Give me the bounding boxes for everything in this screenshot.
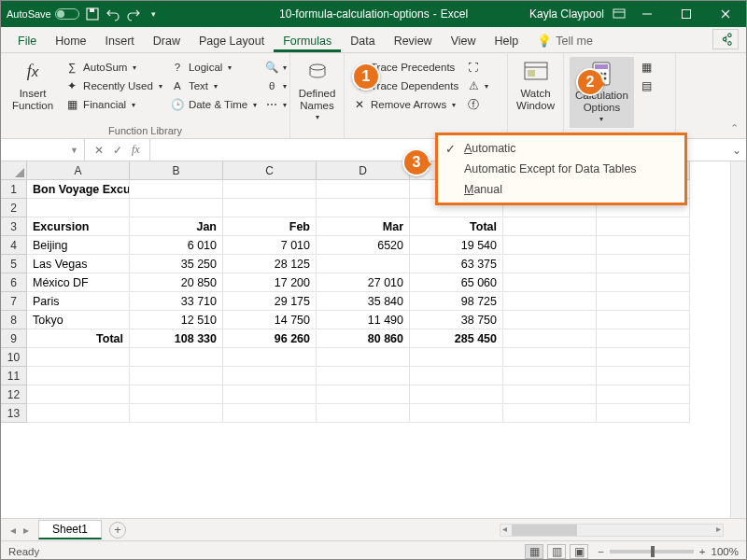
- cell[interactable]: [317, 199, 410, 217]
- cell[interactable]: 108 330: [130, 329, 223, 348]
- cell[interactable]: [223, 385, 317, 404]
- cell[interactable]: [410, 367, 503, 385]
- cell[interactable]: [317, 180, 410, 199]
- cell[interactable]: [597, 385, 690, 404]
- evaluate-formula-button[interactable]: ⓕ: [464, 96, 490, 113]
- cell[interactable]: [317, 367, 410, 385]
- cell[interactable]: 11 490: [317, 311, 410, 329]
- cell[interactable]: Feb: [223, 217, 317, 236]
- cell[interactable]: [130, 180, 223, 199]
- row-header-2[interactable]: 2: [1, 199, 26, 217]
- row-header-10[interactable]: 10: [1, 348, 26, 367]
- cell[interactable]: [223, 348, 317, 367]
- cell[interactable]: [597, 236, 690, 255]
- redo-icon[interactable]: [126, 7, 141, 21]
- scroll-thumb[interactable]: [512, 525, 577, 536]
- cell[interactable]: Total: [27, 329, 130, 348]
- cell[interactable]: Total: [410, 217, 503, 236]
- cell[interactable]: [503, 404, 597, 423]
- cell[interactable]: [223, 404, 317, 423]
- undo-icon[interactable]: [106, 7, 120, 21]
- cell[interactable]: [317, 255, 410, 273]
- col-header-C[interactable]: C: [223, 161, 317, 180]
- cell[interactable]: Tokyo: [27, 311, 130, 329]
- col-header-B[interactable]: B: [130, 161, 223, 180]
- vertical-scrollbar[interactable]: [730, 161, 746, 518]
- cell[interactable]: [503, 217, 597, 236]
- cell[interactable]: [130, 348, 223, 367]
- cell[interactable]: [223, 199, 317, 217]
- cell[interactable]: 12 510: [130, 311, 223, 329]
- more-functions-button[interactable]: ⋯▾: [262, 96, 289, 113]
- horizontal-scrollbar[interactable]: ◂ ▸: [500, 524, 724, 537]
- row-header-11[interactable]: 11: [1, 367, 26, 385]
- zoom-slider[interactable]: [610, 550, 694, 553]
- row-header-13[interactable]: 13: [1, 404, 26, 423]
- cell[interactable]: [503, 311, 597, 329]
- sheet-tab-sheet1[interactable]: Sheet1: [38, 520, 102, 539]
- cell[interactable]: 19 540: [410, 236, 503, 255]
- financial-button[interactable]: ▦Financial▾: [63, 96, 164, 113]
- cell[interactable]: [597, 404, 690, 423]
- remove-arrows-button[interactable]: ✕Remove Arrows▾: [350, 96, 460, 113]
- cell[interactable]: [27, 348, 130, 367]
- col-header-A[interactable]: A: [27, 161, 130, 180]
- row-header-9[interactable]: 9: [1, 329, 26, 348]
- row-header-12[interactable]: 12: [1, 385, 26, 404]
- close-button[interactable]: [707, 1, 744, 27]
- tab-page-layout[interactable]: Page Layout: [190, 29, 274, 52]
- cell[interactable]: 6520: [317, 236, 410, 255]
- cancel-icon[interactable]: ✕: [94, 144, 104, 157]
- cell[interactable]: 63 375: [410, 255, 503, 273]
- cell[interactable]: [27, 199, 130, 217]
- cell[interactable]: Paris: [27, 292, 130, 311]
- cell[interactable]: [317, 348, 410, 367]
- cell[interactable]: [503, 329, 597, 348]
- row-header-7[interactable]: 7: [1, 292, 26, 311]
- cell[interactable]: 33 710: [130, 292, 223, 311]
- row-header-6[interactable]: 6: [1, 273, 26, 292]
- cell[interactable]: [503, 367, 597, 385]
- cell[interactable]: Beijing: [27, 236, 130, 255]
- cell[interactable]: 285 450: [410, 329, 503, 348]
- new-sheet-button[interactable]: +: [109, 522, 126, 539]
- zoom-level[interactable]: 100%: [712, 546, 739, 557]
- cell[interactable]: [597, 292, 690, 311]
- tab-view[interactable]: View: [442, 29, 486, 52]
- cell[interactable]: 35 250: [130, 255, 223, 273]
- name-box[interactable]: ▼: [1, 139, 85, 161]
- cell[interactable]: [223, 367, 317, 385]
- cell[interactable]: 14 750: [223, 311, 317, 329]
- cell[interactable]: Bon Voyage Excursions: [27, 180, 130, 199]
- row-header-3[interactable]: 3: [1, 217, 26, 236]
- cell[interactable]: [223, 180, 317, 199]
- cell[interactable]: 6 010: [130, 236, 223, 255]
- error-checking-button[interactable]: ⚠▾: [464, 77, 490, 94]
- row-header-8[interactable]: 8: [1, 311, 26, 329]
- cell[interactable]: México DF: [27, 273, 130, 292]
- cell[interactable]: [597, 367, 690, 385]
- calculate-sheet-button[interactable]: ▤: [638, 77, 656, 94]
- cell[interactable]: [597, 217, 690, 236]
- cell[interactable]: 29 175: [223, 292, 317, 311]
- cell[interactable]: Las Vegas: [27, 255, 130, 273]
- cell[interactable]: [317, 385, 410, 404]
- scroll-left-icon[interactable]: ◂: [502, 524, 507, 534]
- prev-sheet-icon[interactable]: ◂: [10, 524, 16, 537]
- cell[interactable]: [503, 255, 597, 273]
- cell[interactable]: [597, 348, 690, 367]
- scroll-right-icon[interactable]: ▸: [716, 524, 721, 534]
- tab-formulas[interactable]: Formulas: [274, 29, 341, 52]
- menu-item-manual[interactable]: Manual: [438, 179, 684, 200]
- zoom-in-button[interactable]: +: [699, 546, 706, 557]
- tab-home[interactable]: Home: [46, 29, 95, 52]
- qat-more-icon[interactable]: ▾: [147, 7, 162, 21]
- cell[interactable]: 27 010: [317, 273, 410, 292]
- cell[interactable]: [130, 199, 223, 217]
- cell[interactable]: [410, 404, 503, 423]
- autosum-button[interactable]: ∑AutoSum▾: [63, 59, 164, 76]
- save-icon[interactable]: [85, 7, 100, 21]
- cell[interactable]: [27, 404, 130, 423]
- tab-review[interactable]: Review: [385, 29, 442, 52]
- cell[interactable]: [597, 311, 690, 329]
